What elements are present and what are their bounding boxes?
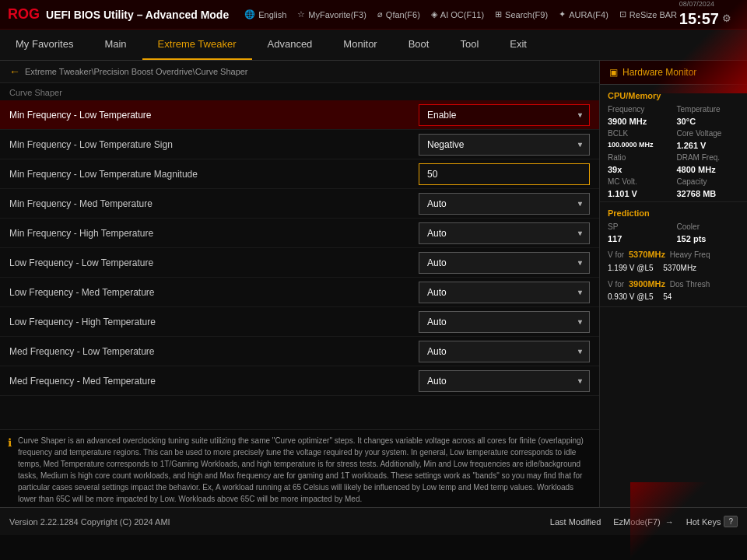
nav-resizebar[interactable]: ⊡ ReSize BAR xyxy=(619,9,677,19)
ez-mode-button[interactable]: EzMode(F7) → xyxy=(613,517,674,527)
nav-search[interactable]: ⊞ Search(F9) xyxy=(495,9,548,19)
sp-value: 117 xyxy=(608,234,671,243)
auto-dropdown-wrapper-6[interactable]: Auto ▼ xyxy=(419,282,590,303)
auto-dropdown-9[interactable]: Auto xyxy=(419,370,590,392)
bclk-label: BCLK xyxy=(608,129,671,138)
back-button[interactable]: ← xyxy=(9,65,20,78)
cpu-memory-grid: Frequency Temperature 3900 MHz 30°C BCLK… xyxy=(608,105,739,198)
breadcrumb: ← Extreme Tweaker\Precision Boost Overdr… xyxy=(0,61,599,83)
setting-row-min-freq-high-temp[interactable]: Min Frequency - High Temperature Auto ▼ xyxy=(0,219,599,248)
auto-dropdown-5[interactable]: Auto xyxy=(419,252,590,274)
tab-advanced[interactable]: Advanced xyxy=(252,30,328,60)
setting-value-min-freq-low-temp-sign: Negative ▼ xyxy=(419,134,590,156)
monitor-icon: ▣ xyxy=(609,67,618,78)
setting-value-min-freq-low-temp-magnitude xyxy=(419,163,590,185)
resize-icon: ⊡ xyxy=(619,9,626,19)
auto-dropdown-4[interactable]: Auto xyxy=(419,222,590,244)
tab-tool[interactable]: Tool xyxy=(444,30,494,60)
setting-row-low-freq-high-temp[interactable]: Low Frequency - High Temperature Auto ▼ xyxy=(0,307,599,337)
globe-icon: 🌐 xyxy=(244,9,255,19)
setting-row-med-freq-low-temp[interactable]: Med Frequency - Low Temperature Auto ▼ xyxy=(0,337,599,366)
setting-row-min-freq-med-temp[interactable]: Min Frequency - Med Temperature Auto ▼ xyxy=(0,189,599,219)
auto-dropdown-wrapper-5[interactable]: Auto ▼ xyxy=(419,252,590,274)
tab-boot[interactable]: Boot xyxy=(393,30,445,60)
prediction-section: Prediction SP Cooler 117 152 pts V for 5… xyxy=(600,202,747,307)
setting-value-med-freq-med-temp: Auto ▼ xyxy=(419,370,590,392)
cooler-value: 152 pts xyxy=(677,234,740,243)
setting-row-low-freq-med-temp[interactable]: Low Frequency - Med Temperature Auto ▼ xyxy=(0,278,599,307)
core-voltage-label: Core Voltage xyxy=(677,129,740,138)
info-bar: ℹ Curve Shaper is an advanced overclocki… xyxy=(0,429,599,507)
temperature-label: Temperature xyxy=(677,105,740,114)
auto-dropdown-8[interactable]: Auto xyxy=(419,341,590,362)
nav-english[interactable]: 🌐 English xyxy=(244,9,286,19)
nav-qfan[interactable]: ⌀ Qfan(F6) xyxy=(377,9,420,19)
frequency-label: Frequency xyxy=(608,105,671,114)
v-prediction-1: V for 5370MHz Heavy Freq 1.199 V @L5 537… xyxy=(608,248,739,275)
auto-dropdown-3[interactable]: Auto xyxy=(419,193,590,215)
auto-dropdown-wrapper-8[interactable]: Auto ▼ xyxy=(419,341,590,362)
header-title: UEFI BIOS Utility – Advanced Mode xyxy=(46,9,229,21)
negative-dropdown-wrapper[interactable]: Negative ▼ xyxy=(419,134,590,156)
auto-dropdown-7[interactable]: Auto xyxy=(419,311,590,333)
setting-row-med-freq-med-temp[interactable]: Med Frequency - Med Temperature Auto ▼ xyxy=(0,366,599,396)
auto-dropdown-wrapper-4[interactable]: Auto ▼ xyxy=(419,222,590,244)
main-panel: ← Extreme Tweaker\Precision Boost Overdr… xyxy=(0,61,599,507)
setting-value-med-freq-low-temp: Auto ▼ xyxy=(419,341,590,362)
enable-dropdown[interactable]: Enable xyxy=(419,104,590,126)
setting-value-min-freq-med-temp: Auto ▼ xyxy=(419,193,590,215)
settings-list: Min Frequency - Low Temperature Enable ▼… xyxy=(0,100,599,429)
version-text: Version 2.22.1284 Copyright (C) 2024 AMI xyxy=(9,517,170,527)
nav-aioc[interactable]: ◈ AI OC(F11) xyxy=(431,9,484,19)
star-icon: ☆ xyxy=(297,9,305,19)
tab-my-favorites[interactable]: My Favorites xyxy=(0,30,89,60)
bclk-value: 100.0000 MHz xyxy=(608,141,671,150)
time-display: 15:57 xyxy=(679,9,719,29)
auto-dropdown-6[interactable]: Auto xyxy=(419,282,590,303)
setting-value-low-freq-med-temp: Auto ▼ xyxy=(419,282,590,303)
setting-value-min-freq-high-temp: Auto ▼ xyxy=(419,222,590,244)
core-voltage-value: 1.261 V xyxy=(677,141,740,150)
ratio-label: Ratio xyxy=(608,153,671,162)
last-modified-button[interactable]: Last Modified xyxy=(550,517,601,527)
setting-value-low-freq-low-temp: Auto ▼ xyxy=(419,252,590,274)
sp-label: SP xyxy=(608,222,671,231)
tab-extreme-tweaker[interactable]: Extreme Tweaker xyxy=(142,30,252,60)
bottom-bar: Version 2.22.1284 Copyright (C) 2024 AMI… xyxy=(0,507,747,535)
auto-dropdown-wrapper-3[interactable]: Auto ▼ xyxy=(419,193,590,215)
setting-row-min-freq-low-temp-sign[interactable]: Min Frequency - Low Temperature Sign Neg… xyxy=(0,130,599,159)
negative-dropdown[interactable]: Negative xyxy=(419,134,590,156)
hw-monitor-panel: ▣ Hardware Monitor CPU/Memory Frequency … xyxy=(599,61,747,507)
setting-row-low-freq-low-temp[interactable]: Low Frequency - Low Temperature Auto ▼ xyxy=(0,248,599,278)
bottom-actions: Last Modified EzMode(F7) → Hot Keys ? xyxy=(550,516,738,527)
magnitude-input[interactable] xyxy=(419,163,590,185)
frequency-value: 3900 MHz xyxy=(608,117,671,126)
auto-dropdown-wrapper-7[interactable]: Auto ▼ xyxy=(419,311,590,333)
setting-row-min-freq-low-temp-magnitude[interactable]: Min Frequency - Low Temperature Magnitud… xyxy=(0,159,599,189)
tab-monitor[interactable]: Monitor xyxy=(328,30,392,60)
hw-monitor-header: ▣ Hardware Monitor xyxy=(600,61,747,85)
breadcrumb-path: Extreme Tweaker\Precision Boost Overdriv… xyxy=(25,67,248,76)
setting-value-low-freq-high-temp: Auto ▼ xyxy=(419,311,590,333)
tab-exit[interactable]: Exit xyxy=(494,30,542,60)
auto-dropdown-wrapper-9[interactable]: Auto ▼ xyxy=(419,370,590,392)
setting-row-min-freq-low-temp[interactable]: Min Frequency - Low Temperature Enable ▼ xyxy=(0,100,599,130)
ai-icon: ◈ xyxy=(431,9,437,19)
nav-myfavorite[interactable]: ☆ MyFavorite(F3) xyxy=(297,9,366,19)
mc-volt-label: MC Volt. xyxy=(608,177,671,186)
tab-main[interactable]: Main xyxy=(89,30,142,60)
aura-icon: ✦ xyxy=(559,9,566,19)
hot-keys-button[interactable]: Hot Keys ? xyxy=(686,516,738,527)
search-icon: ⊞ xyxy=(495,9,502,19)
enable-dropdown-wrapper[interactable]: Enable ▼ xyxy=(419,104,590,126)
v-prediction-2: V for 3900MHz Dos Thresh 0.930 V @L5 54 xyxy=(608,278,739,304)
header-nav: 🌐 English ☆ MyFavorite(F3) ⌀ Qfan(F6) ◈ … xyxy=(244,9,677,19)
hot-keys-badge[interactable]: ? xyxy=(724,516,738,527)
prediction-grid: SP Cooler 117 152 pts xyxy=(608,222,739,243)
gear-icon[interactable]: ⚙ xyxy=(722,12,731,26)
nav-aura[interactable]: ✦ AURA(F4) xyxy=(559,9,608,19)
arrow-icon: → xyxy=(665,517,674,527)
section-title: Curve Shaper xyxy=(0,83,599,100)
content-area: ← Extreme Tweaker\Precision Boost Overdr… xyxy=(0,61,747,507)
capacity-value: 32768 MB xyxy=(677,189,740,198)
